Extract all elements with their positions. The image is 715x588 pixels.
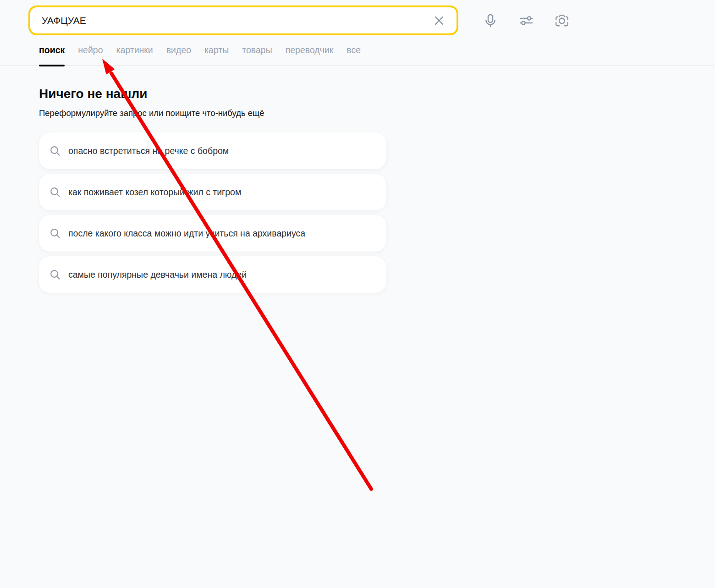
tab-video[interactable]: видео <box>166 45 191 66</box>
sliders-icon <box>518 13 534 28</box>
image-search-button[interactable] <box>554 13 570 28</box>
tab-all[interactable]: все <box>346 45 361 66</box>
tab-search-label: поиск <box>39 45 65 55</box>
magnifier-icon <box>50 228 61 239</box>
search-toolbar <box>483 0 570 41</box>
results-area: Ничего не нашли Переформулируйте запрос … <box>39 66 387 293</box>
suggestion-text: как поживает козел который жил с тигром <box>68 187 241 198</box>
tab-maps-label: карты <box>204 45 229 55</box>
tab-neuro-label: нейро <box>78 45 103 55</box>
microphone-icon <box>483 13 498 28</box>
tab-translator[interactable]: переводчик <box>286 45 334 66</box>
search-tabs: поиск нейро картинки видео карты товары … <box>0 41 715 66</box>
x-icon <box>433 15 445 27</box>
voice-search-button[interactable] <box>483 13 498 28</box>
tab-products[interactable]: товары <box>242 45 272 66</box>
search-bar <box>28 5 458 35</box>
tab-images[interactable]: картинки <box>116 45 153 66</box>
magnifier-icon <box>50 269 61 280</box>
suggestion-text: опасно встретиться на речке с бобром <box>68 146 229 156</box>
tab-images-label: картинки <box>116 45 153 55</box>
magnifier-icon <box>50 145 61 157</box>
tab-maps[interactable]: карты <box>204 45 229 66</box>
suggestions-list: опасно встретиться на речке с бобром как… <box>39 132 387 293</box>
suggestion-card[interactable]: опасно встретиться на речке с бобром <box>39 132 386 169</box>
suggestion-text: самые популярные девчачьи имена людей <box>68 269 247 280</box>
suggestion-card[interactable]: как поживает козел который жил с тигром <box>39 174 386 210</box>
tab-video-label: видео <box>166 45 191 55</box>
filters-button[interactable] <box>518 13 534 28</box>
tab-search[interactable]: поиск <box>39 45 65 66</box>
tab-neuro[interactable]: нейро <box>78 45 103 66</box>
search-input[interactable] <box>42 15 431 26</box>
suggestion-card[interactable]: самые популярные девчачьи имена людей <box>39 256 386 293</box>
camera-icon <box>554 13 570 28</box>
tab-all-label: все <box>346 45 361 55</box>
tab-translator-label: переводчик <box>286 45 334 55</box>
suggestion-text: после какого класса можно идти учиться н… <box>68 228 305 239</box>
clear-search-button[interactable] <box>431 12 447 29</box>
tab-products-label: товары <box>242 45 272 55</box>
suggestion-card[interactable]: после какого класса можно идти учиться н… <box>39 215 386 252</box>
magnifier-icon <box>50 187 61 198</box>
empty-state-title: Ничего не нашли <box>39 86 387 102</box>
empty-state-subtitle: Переформулируйте запрос или поищите что-… <box>39 108 387 119</box>
search-box[interactable] <box>28 5 458 35</box>
